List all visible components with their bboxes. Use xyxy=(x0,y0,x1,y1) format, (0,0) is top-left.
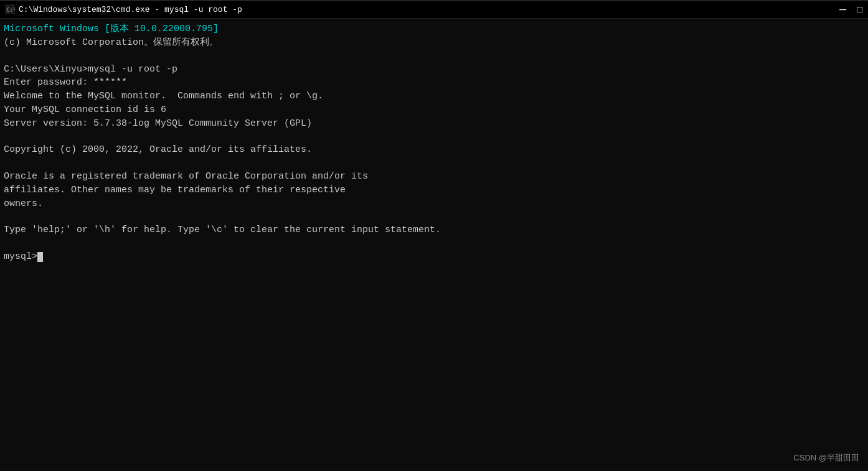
copyright-oracle-line: Copyright (c) 2000, 2022, Oracle and/or … xyxy=(4,143,864,157)
console-body[interactable]: Microsoft Windows [版本 10.0.22000.795] (c… xyxy=(0,19,868,471)
welcome-line: Welcome to the MySQL monitor. Commands e… xyxy=(4,90,864,103)
win-version-line: Microsoft Windows [版本 10.0.22000.795] xyxy=(4,22,864,36)
watermark: CSDN @半甜田田 xyxy=(793,452,859,464)
command-input-line: C:\Users\Xinyu>mysql -u root -p xyxy=(4,63,864,77)
blank-5 xyxy=(4,237,864,250)
password-line: Enter password: ****** xyxy=(4,76,864,90)
oracle-trademark-line3: owners. xyxy=(4,197,864,211)
titlebar: C:\ C:\Windows\system32\cmd.exe - mysql … xyxy=(0,0,868,19)
cursor xyxy=(37,252,43,262)
copyright-ms-line: (c) Microsoft Corporation。保留所有权利。 xyxy=(4,36,864,50)
oracle-trademark-line1: Oracle is a registered trademark of Orac… xyxy=(4,170,864,184)
maximize-button[interactable]: ☐ xyxy=(856,4,863,15)
blank-2 xyxy=(4,130,864,143)
titlebar-left: C:\ C:\Windows\system32\cmd.exe - mysql … xyxy=(5,4,242,14)
titlebar-controls: — ☐ xyxy=(839,4,863,15)
cmd-icon: C:\ xyxy=(5,4,15,14)
minimize-button[interactable]: — xyxy=(839,4,846,15)
connection-id-line: Your MySQL connection id is 6 xyxy=(4,103,864,117)
mysql-prompt-line: mysql> xyxy=(4,250,864,264)
titlebar-title: C:\Windows\system32\cmd.exe - mysql -u r… xyxy=(19,5,242,14)
oracle-trademark-line2: affiliates. Other names may be trademark… xyxy=(4,184,864,197)
svg-text:C:\: C:\ xyxy=(6,7,15,13)
blank-3 xyxy=(4,157,864,170)
blank-4 xyxy=(4,210,864,223)
server-version-line: Server version: 5.7.38-log MySQL Communi… xyxy=(4,117,864,131)
blank-1 xyxy=(4,50,864,63)
help-line: Type 'help;' or '\h' for help. Type '\c'… xyxy=(4,223,864,237)
